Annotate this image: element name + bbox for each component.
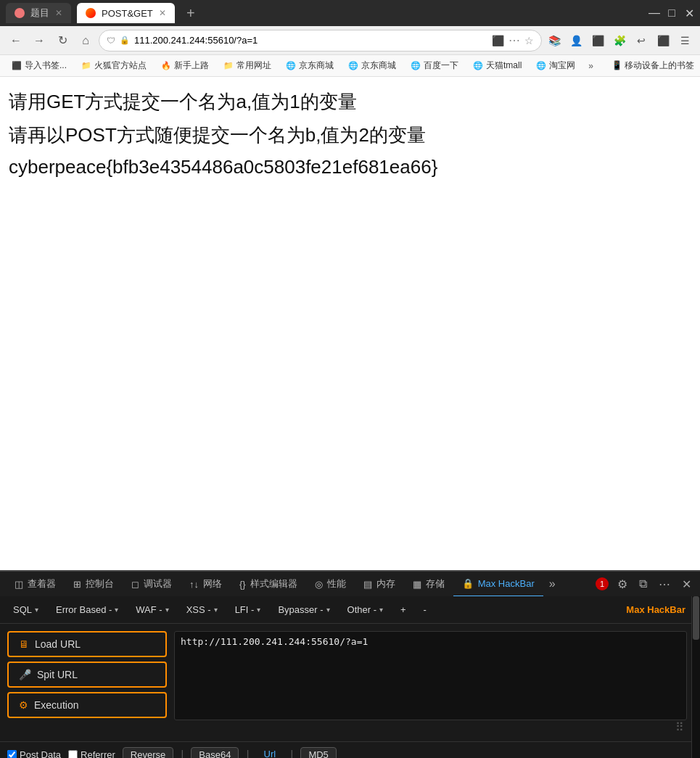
base64-button[interactable]: Base64 bbox=[191, 747, 239, 758]
back-button[interactable]: ← bbox=[6, 30, 26, 51]
hackbar-url-textarea[interactable]: http://111.200.241.244:55610/?a=1 bbox=[174, 631, 687, 720]
tab-2[interactable]: POST&GET ✕ bbox=[77, 3, 175, 23]
inspector-icon: ◫ bbox=[15, 579, 23, 590]
hackbar-lock-icon: 🔒 bbox=[462, 578, 474, 589]
mobile-bookmarks[interactable]: 📱 移动设备上的书签 bbox=[612, 59, 694, 72]
referrer-checkbox[interactable] bbox=[68, 750, 78, 758]
bookmark-import[interactable]: ⬛ 导入书签... bbox=[6, 58, 73, 73]
star-icon[interactable]: ☆ bbox=[524, 35, 534, 46]
window-controls: — □ ✕ bbox=[649, 8, 694, 18]
globe-icon-5: 🌐 bbox=[536, 61, 546, 70]
devtools-tab-bar: ◫ 查着器 ⊞ 控制台 ◻ 调试器 ↑↓ 网络 {} 样式编辑器 ◎ 性能 ▤ … bbox=[0, 570, 700, 596]
hackbar-toolbar: SQL ▾ Error Based - ▾ WAF - ▾ XSS - ▾ LF… bbox=[0, 596, 691, 624]
hackbar-main: 🖥 Load URL 🎤 Spit URL ⚙ Execution http:/… bbox=[0, 624, 691, 741]
reverse-button[interactable]: Reverse bbox=[123, 747, 173, 758]
hackbar-title: Max HackBar bbox=[626, 604, 685, 615]
home-button[interactable]: ⌂ bbox=[75, 30, 96, 51]
bookmarks-bar: ⬛ 导入书签... 📁 火狐官方站点 🔥 新手上路 📁 常用网址 🌐 京东商城 … bbox=[0, 55, 700, 77]
hackbar-bottom: Post Data Referrer Reverse | Base64 | Ur… bbox=[0, 741, 691, 758]
new-tab-button[interactable]: + bbox=[181, 3, 201, 23]
hackbar-other-menu[interactable]: Other - ▾ bbox=[340, 601, 390, 618]
globe-icon-2: 🌐 bbox=[348, 61, 358, 70]
hackbar-scrollbar[interactable] bbox=[691, 596, 700, 758]
devtools-tab-style[interactable]: {} 样式编辑器 bbox=[231, 571, 306, 597]
execution-button[interactable]: ⚙ Execution bbox=[7, 692, 167, 718]
sql-caret: ▾ bbox=[35, 606, 38, 614]
bookmarks-icon[interactable]: 📚 bbox=[545, 31, 564, 50]
hackbar-url-area: http://111.200.241.244:55610/?a=1 ⠿ bbox=[174, 624, 691, 741]
debugger-icon: ◻ bbox=[131, 579, 139, 590]
globe-icon-1: 🌐 bbox=[286, 61, 296, 70]
nav-icons: 📚 👤 ⬛ 🧩 ↩ ⬛ ☰ bbox=[545, 31, 694, 50]
hackbar-add-button[interactable]: + bbox=[393, 601, 413, 618]
undo-icon[interactable]: ↩ bbox=[632, 31, 651, 50]
hackbar-xss-menu[interactable]: XSS - ▾ bbox=[179, 601, 225, 618]
fire-icon: 🔥 bbox=[161, 61, 171, 70]
xss-caret: ▾ bbox=[214, 606, 218, 614]
minimize-button[interactable]: — bbox=[649, 8, 659, 18]
hackbar-waf-menu[interactable]: WAF - ▾ bbox=[128, 601, 176, 618]
devtools-tab-debugger[interactable]: ◻ 调试器 bbox=[123, 571, 181, 597]
page-flag: cyberpeace{bfb3e4354486a0c5803fe21ef681e… bbox=[9, 156, 691, 178]
devtools-more-button[interactable]: » bbox=[543, 577, 561, 590]
maximize-button[interactable]: □ bbox=[667, 8, 677, 18]
devtools-kebab-button[interactable]: ⋯ bbox=[656, 577, 673, 591]
console-icon: ⊞ bbox=[73, 579, 81, 590]
devtools-tab-network[interactable]: ↑↓ 网络 bbox=[181, 571, 231, 597]
bookmark-common[interactable]: 📁 常用网址 bbox=[218, 58, 277, 73]
sync-icon[interactable]: ⬛ bbox=[588, 31, 607, 50]
md5-button[interactable]: MD5 bbox=[300, 747, 336, 758]
devtools-tab-inspector[interactable]: ◫ 查着器 bbox=[6, 571, 65, 597]
devtools-tab-storage[interactable]: ▦ 存储 bbox=[404, 571, 453, 597]
post-data-checkbox[interactable] bbox=[7, 750, 17, 758]
devtools-tab-perf[interactable]: ◎ 性能 bbox=[306, 571, 355, 597]
error-count: 1 bbox=[600, 580, 604, 588]
menu-button[interactable]: ☰ bbox=[675, 31, 694, 50]
scrollbar-thumb[interactable] bbox=[693, 596, 699, 640]
tab1-close[interactable]: ✕ bbox=[55, 8, 62, 18]
spit-url-icon: 🎤 bbox=[19, 669, 31, 680]
post-data-check[interactable]: Post Data bbox=[7, 749, 61, 758]
devtools-close-button[interactable]: ✕ bbox=[679, 577, 694, 591]
hackbar-lfi-menu[interactable]: LFI - ▾ bbox=[228, 601, 268, 618]
folder-icon-1: 📁 bbox=[81, 61, 91, 70]
forward-button[interactable]: → bbox=[29, 30, 49, 51]
bookmark-jd1[interactable]: 🌐 京东商城 bbox=[280, 58, 339, 73]
tab-1[interactable]: 题目 ✕ bbox=[6, 3, 71, 23]
url-button[interactable]: Url bbox=[257, 747, 284, 758]
referrer-check[interactable]: Referrer bbox=[68, 749, 115, 758]
storage-icon: ▦ bbox=[413, 579, 421, 590]
bookmark-baidu[interactable]: 🌐 百度一下 bbox=[405, 58, 464, 73]
spit-url-button[interactable]: 🎤 Spit URL bbox=[7, 662, 167, 688]
devtools-tab-memory[interactable]: ▤ 内存 bbox=[355, 571, 404, 597]
containers-icon[interactable]: ⬛ bbox=[654, 31, 672, 50]
hackbar-errorbased-menu[interactable]: Error Based - ▾ bbox=[49, 601, 125, 618]
devtools-settings-button[interactable]: ⚙ bbox=[614, 577, 630, 591]
account-icon[interactable]: 👤 bbox=[567, 31, 585, 50]
bookmark-taobao[interactable]: 🌐 淘宝网 bbox=[530, 58, 581, 73]
bookmark-newshop[interactable]: 🔥 新手上路 bbox=[155, 58, 215, 73]
reload-button[interactable]: ↻ bbox=[52, 30, 73, 51]
bookmark-more[interactable]: » bbox=[585, 59, 596, 73]
hackbar-sql-menu[interactable]: SQL ▾ bbox=[6, 601, 46, 618]
devtools-tab-hackbar[interactable]: 🔒 Max HackBar bbox=[453, 571, 543, 597]
tab1-icon bbox=[15, 8, 25, 18]
close-button[interactable]: ✕ bbox=[684, 8, 694, 18]
bookmark-tmall[interactable]: 🌐 天猫tmall bbox=[467, 58, 527, 73]
mobile-icon: 📱 bbox=[612, 60, 622, 70]
resize-handle[interactable]: ⠿ bbox=[174, 720, 687, 734]
addons-icon[interactable]: 🧩 bbox=[610, 31, 629, 50]
bookmark-foxsite[interactable]: 📁 火狐官方站点 bbox=[75, 58, 152, 73]
more-icon[interactable]: ⋯ bbox=[508, 33, 520, 47]
address-bar-input[interactable] bbox=[134, 35, 487, 46]
hackbar-bypasser-menu[interactable]: Bypasser - ▾ bbox=[271, 601, 337, 618]
devtools-tab-console[interactable]: ⊞ 控制台 bbox=[65, 571, 123, 597]
hackbar-remove-button[interactable]: - bbox=[416, 601, 434, 618]
load-url-button[interactable]: 🖥 Load URL bbox=[7, 631, 167, 657]
import-icon: ⬛ bbox=[12, 61, 22, 70]
globe-icon-4: 🌐 bbox=[473, 61, 483, 70]
bookmark-jd2[interactable]: 🌐 京东商城 bbox=[342, 58, 402, 73]
devtools-dock-button[interactable]: ⧉ bbox=[636, 577, 650, 590]
tab2-close[interactable]: ✕ bbox=[159, 8, 166, 18]
style-icon: {} bbox=[239, 579, 246, 590]
